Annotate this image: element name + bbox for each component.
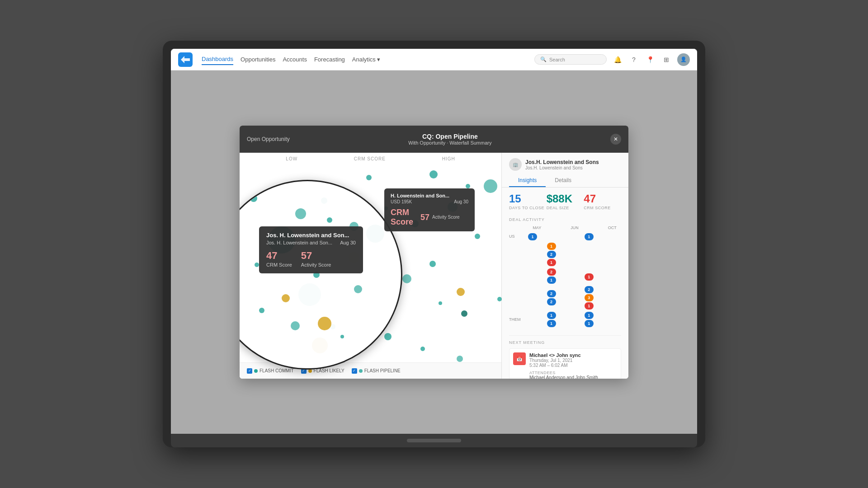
- bubble-16[interactable]: [439, 301, 442, 305]
- zoom-activity-score-label: Activity Score: [301, 262, 331, 268]
- deal-activity-label: DEAL ACTIVITY: [509, 217, 621, 222]
- badge-r4-4b: 3: [585, 294, 594, 301]
- bubble-4[interactable]: [484, 179, 497, 193]
- meeting-time: 5:32 AM – 6:02 AM: [529, 363, 598, 368]
- legend-commit-check: ✓: [247, 368, 252, 374]
- panel-tabs: Insights Details: [509, 174, 621, 187]
- details-panel: 🏢 Jos.H. Lowenstein and Sons Jos.H. Lowe…: [502, 153, 628, 379]
- nav-right: 🔍 Search 🔔 ? 📍 ⊞ 👤: [534, 53, 690, 66]
- cal-row-them: THEM 1 1 1: [509, 312, 621, 328]
- cal-row-2: 1 2 1: [509, 243, 621, 267]
- zoom-bubble-5[interactable]: [255, 263, 259, 267]
- location-icon[interactable]: 📍: [645, 54, 656, 65]
- next-meeting-section: NEXT MEETING 📅 Michael <> John sync Thur…: [509, 335, 621, 379]
- badge-r2-3: 1: [547, 259, 556, 266]
- zoom-tooltip: Jos. H. Lowenstein and Son... Jos. H. Lo…: [259, 226, 363, 273]
- svg-marker-0: [181, 56, 190, 63]
- modal-body: LOW CRM SCORE HIGH: [240, 153, 628, 379]
- zoom-bubble-12[interactable]: [340, 335, 344, 338]
- bubble-13[interactable]: [402, 274, 411, 283]
- nav-opportunities[interactable]: Opportunities: [241, 54, 275, 65]
- user-avatar[interactable]: 👤: [677, 53, 690, 66]
- badge-them-2: 1: [547, 320, 556, 327]
- zoom-bubble-3[interactable]: [327, 217, 332, 223]
- bubble-22[interactable]: [420, 347, 425, 351]
- modal-close-button[interactable]: ✕: [610, 134, 621, 145]
- metric-days-to-close: 15 DAYS TO CLOSE: [509, 193, 547, 210]
- bubble-14[interactable]: [457, 288, 465, 296]
- bubble-12[interactable]: [429, 261, 436, 267]
- modal-header: Open Opportunity CQ: Open Pipeline With …: [240, 126, 628, 153]
- bubble-17[interactable]: [461, 310, 467, 317]
- nav-accounts[interactable]: Accounts: [283, 54, 307, 65]
- badge-r2-2: 2: [547, 251, 556, 258]
- badge-them-4b: 1: [585, 320, 594, 327]
- tab-insights[interactable]: Insights: [509, 174, 546, 187]
- zoom-tooltip-title: Jos. H. Lowenstein and Son...: [266, 232, 356, 239]
- zoom-tooltip-meta: Jos. H. Lowenstein and Son... Aug 30: [266, 240, 356, 245]
- tooltip-scores: CRMScore 57 Activity Score: [391, 208, 468, 227]
- search-box[interactable]: 🔍 Search: [534, 54, 607, 65]
- notifications-icon[interactable]: 🔔: [612, 54, 623, 65]
- cal-them-cell-4: 1 1: [585, 312, 603, 327]
- meeting-title: Michael <> John sync: [529, 352, 598, 358]
- deal-size-label: DEAL SIZE: [547, 206, 584, 210]
- help-icon[interactable]: ?: [628, 54, 639, 65]
- zoom-bubble-1[interactable]: [250, 195, 257, 202]
- bubble-1[interactable]: [366, 175, 372, 180]
- company-name: Jos.H. Lowenstein and Sons: [525, 159, 599, 165]
- zoom-bubble-2[interactable]: [295, 208, 306, 219]
- axis-low: LOW: [286, 156, 297, 161]
- laptop-base: [171, 434, 697, 447]
- legend-pipeline-check: ✓: [352, 368, 357, 374]
- tooltip-activity-score-label: Activity Score: [432, 215, 460, 220]
- badge-r3-1: 2: [547, 268, 556, 276]
- zoom-bubble-10[interactable]: [318, 317, 331, 330]
- cal-row-us: US 1 1: [509, 232, 621, 241]
- days-to-close-label: DAYS TO CLOSE: [509, 206, 547, 210]
- attendees-label: ATTENDEES: [529, 371, 598, 375]
- bubble-15[interactable]: [497, 297, 502, 301]
- nav-bar: Dashboards Opportunities Accounts Foreca…: [171, 49, 697, 70]
- badge-r2-1: 1: [547, 243, 556, 250]
- nav-dashboards[interactable]: Dashboards: [202, 54, 233, 65]
- crm-score-value: 47: [584, 193, 621, 205]
- zoom-circle: Jos. H. Lowenstein and Son... Jos. H. Lo…: [240, 180, 402, 370]
- meeting-details: Michael <> John sync Thursday, Jul 1, 20…: [529, 352, 598, 379]
- zoom-bubble-11[interactable]: [291, 321, 300, 330]
- legend-flash-pipeline[interactable]: ✓ FLASH PIPELINE: [352, 368, 401, 374]
- legend-flash-commit[interactable]: ✓ FLASH COMMIT: [247, 368, 294, 374]
- badge-r4-4c: 1: [585, 302, 594, 310]
- axis-high: HIGH: [442, 156, 455, 161]
- attendees: Michael Anderson and John Smith: [529, 375, 598, 379]
- zoom-activity-score-val: 57: [301, 250, 331, 262]
- metric-crm-score: 47 CRM SCORE: [584, 193, 621, 210]
- calendar-grid: MAY JUN OCT US: [509, 225, 621, 328]
- zoom-crm-score-label: CRM Score: [266, 262, 292, 268]
- bubble-23[interactable]: [457, 356, 463, 362]
- cal-header-empty: [509, 225, 527, 230]
- metrics-row: 15 DAYS TO CLOSE $88K DEAL SIZE 47: [509, 193, 621, 210]
- cal-month-oct: OCT: [603, 225, 621, 230]
- cal-month-4: [585, 225, 603, 230]
- zoom-crm-score-val: 47: [266, 250, 292, 262]
- zoom-inner: Jos. H. Lowenstein and Son... Jos. H. Lo…: [240, 181, 401, 368]
- zoom-bubble-8[interactable]: [282, 294, 290, 302]
- zoom-bubble-9[interactable]: [259, 308, 264, 313]
- cal-row4-cell-2: 2 2: [547, 290, 565, 305]
- cal-month-header: MAY JUN OCT: [509, 225, 621, 230]
- chart-axis-labels: LOW CRM SCORE HIGH: [240, 153, 501, 161]
- nav-analytics[interactable]: Analytics ▾: [352, 54, 381, 65]
- zoom-bubble-7[interactable]: [354, 285, 362, 293]
- bubble-2[interactable]: [429, 170, 438, 178]
- bubble-9[interactable]: [475, 234, 480, 239]
- tab-details[interactable]: Details: [546, 174, 580, 187]
- badge-them-4a: 1: [585, 312, 594, 319]
- app-logo[interactable]: [178, 52, 193, 67]
- chart-section: LOW CRM SCORE HIGH: [240, 153, 502, 379]
- apps-icon[interactable]: ⊞: [661, 54, 672, 65]
- bubble-3[interactable]: [466, 184, 470, 188]
- cal-them-cell-2: 1 1: [547, 312, 565, 327]
- tooltip-deal: USD 195K: [391, 199, 412, 204]
- nav-forecasting[interactable]: Forecasting: [314, 54, 345, 65]
